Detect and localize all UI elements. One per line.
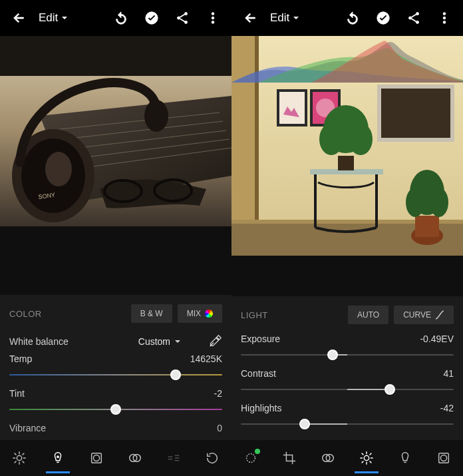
- undo-icon[interactable]: [112, 9, 130, 27]
- svg-rect-48: [278, 91, 306, 125]
- svg-point-40: [443, 13, 446, 15]
- svg-point-5: [212, 17, 214, 19]
- eyedropper-icon[interactable]: [208, 332, 222, 351]
- effects-tool-icon[interactable]: [82, 443, 111, 473]
- screen-right: Edit: [232, 0, 463, 476]
- svg-point-33: [93, 455, 99, 461]
- highlights-value: -42: [440, 403, 454, 413]
- auto-button[interactable]: AUTO: [348, 306, 388, 324]
- optics-tool-icon[interactable]: [159, 443, 188, 473]
- accept-icon[interactable]: [374, 9, 392, 27]
- light-tool-icon[interactable]: [352, 443, 381, 473]
- mix-button[interactable]: MIX: [178, 304, 222, 323]
- color-tool-icon[interactable]: [43, 443, 73, 473]
- svg-point-37: [416, 13, 418, 15]
- exposure-value: -0.49EV: [420, 334, 454, 344]
- svg-point-31: [57, 455, 59, 458]
- svg-point-64: [364, 455, 369, 460]
- panel-title: COLOR: [9, 309, 42, 319]
- svg-point-3: [184, 21, 187, 23]
- edit-mode-dropdown[interactable]: Edit: [270, 11, 299, 25]
- slider-thumb[interactable]: [110, 404, 121, 415]
- svg-rect-53: [338, 156, 354, 170]
- temp-slider[interactable]: Temp 14625K: [9, 354, 222, 381]
- color-panel: COLOR B & W MIX White balance Custom Tem…: [0, 295, 232, 440]
- profiles-tool-icon[interactable]: [313, 443, 343, 473]
- svg-line-28: [15, 461, 16, 463]
- white-balance-dropdown[interactable]: Custom: [138, 336, 181, 347]
- detail-tool-icon[interactable]: [120, 443, 150, 473]
- svg-point-55: [319, 123, 343, 155]
- white-balance-label: White balance: [9, 336, 69, 347]
- svg-rect-57: [415, 216, 439, 237]
- svg-point-4: [212, 13, 214, 15]
- bw-button[interactable]: B & W: [131, 304, 172, 323]
- curve-button[interactable]: CURVE: [394, 306, 454, 324]
- slider-thumb[interactable]: [170, 369, 181, 380]
- bottom-toolbar: [0, 440, 232, 476]
- share-icon[interactable]: [173, 9, 192, 27]
- effects-tool-icon[interactable]: [429, 443, 458, 473]
- light-panel: LIGHT AUTO CURVE Exposure -0.49EV Contra…: [232, 296, 463, 440]
- exposure-label: Exposure: [241, 334, 280, 344]
- slider-thumb[interactable]: [299, 419, 310, 429]
- vibrance-value: 0: [217, 423, 222, 433]
- slider-thumb[interactable]: [385, 384, 395, 395]
- tint-value: -2: [214, 388, 222, 399]
- svg-line-27: [23, 461, 24, 463]
- svg-point-60: [430, 188, 448, 217]
- topbar: Edit: [0, 0, 232, 36]
- indicator-dot: [255, 449, 260, 454]
- tint-slider[interactable]: Tint -2: [9, 388, 222, 416]
- back-icon[interactable]: [9, 9, 28, 27]
- more-icon[interactable]: [435, 9, 454, 27]
- edit-mode-dropdown[interactable]: Edit: [39, 11, 68, 25]
- tint-label: Tint: [9, 388, 25, 399]
- svg-point-56: [349, 123, 373, 155]
- undo-icon[interactable]: [343, 9, 362, 27]
- temp-value: 14625K: [190, 354, 222, 364]
- highlights-slider[interactable]: Highlights -42: [241, 403, 454, 431]
- svg-line-72: [370, 453, 371, 455]
- svg-line-69: [362, 453, 363, 455]
- accept-icon[interactable]: [142, 9, 161, 27]
- svg-rect-51: [379, 87, 452, 140]
- light-tool-icon[interactable]: [5, 443, 34, 473]
- contrast-value: 41: [443, 368, 454, 379]
- svg-rect-8: [0, 36, 232, 76]
- svg-point-2: [177, 17, 180, 19]
- crop-tool-icon[interactable]: [275, 443, 304, 473]
- svg-line-71: [362, 461, 363, 463]
- svg-point-61: [247, 454, 255, 463]
- svg-line-70: [370, 461, 371, 463]
- vibrance-label: Vibrance: [9, 423, 46, 433]
- back-icon[interactable]: [241, 9, 259, 27]
- photo-preview[interactable]: SONY: [0, 36, 232, 226]
- svg-point-41: [443, 17, 446, 19]
- reset-icon[interactable]: [198, 443, 227, 473]
- topbar: Edit: [232, 0, 463, 36]
- svg-point-75: [440, 455, 446, 461]
- svg-point-6: [212, 21, 214, 24]
- svg-line-29: [23, 453, 24, 455]
- slider-thumb[interactable]: [327, 350, 338, 360]
- presets-tool-icon[interactable]: [236, 443, 265, 473]
- screen-left: Edit: [0, 0, 232, 476]
- share-icon[interactable]: [404, 9, 423, 27]
- svg-point-38: [408, 17, 411, 19]
- edit-label-text: Edit: [270, 11, 289, 25]
- svg-point-16: [45, 152, 72, 186]
- svg-point-42: [443, 21, 446, 24]
- color-tool-icon[interactable]: [390, 443, 420, 473]
- svg-point-59: [406, 188, 424, 217]
- photo-preview[interactable]: [232, 36, 463, 256]
- svg-point-1: [184, 13, 187, 15]
- more-icon[interactable]: [204, 9, 222, 27]
- panel-title: LIGHT: [241, 310, 268, 320]
- exposure-slider[interactable]: Exposure -0.49EV: [241, 334, 454, 361]
- color-wheel-icon: [205, 310, 213, 318]
- contrast-slider[interactable]: Contrast 41: [241, 368, 454, 396]
- svg-point-39: [416, 21, 418, 23]
- contrast-label: Contrast: [241, 368, 276, 379]
- svg-line-26: [15, 453, 16, 455]
